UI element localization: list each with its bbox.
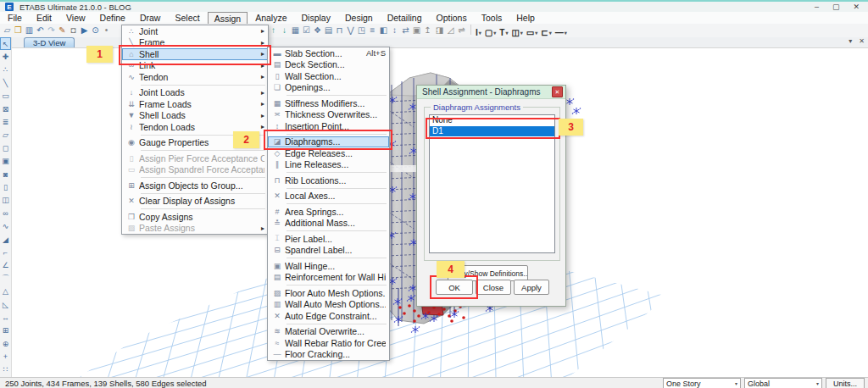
shell-submenu-item-insertion-point[interactable]: ↕Insertion Point...: [268, 120, 389, 132]
shell-submenu-item-rib-locations[interactable]: ⊓Rib Locations...: [268, 175, 389, 186]
assign-menu-item-copy-assigns[interactable]: ❐Copy Assigns: [122, 211, 268, 223]
assign-menu-item-shell-loads[interactable]: ▼Shell Loads▸: [122, 110, 268, 122]
shell-submenu-item-slab-section[interactable]: ▬Slab Section...Alt+S: [268, 47, 389, 59]
misc-tool-icon[interactable]: ∷: [0, 363, 11, 376]
shell-submenu-item-floor-auto-mesh-options[interactable]: ▨Floor Auto Mesh Options...: [268, 287, 389, 299]
measure-icon[interactable]: ◺: [0, 298, 11, 311]
minimize-button[interactable]: –: [815, 3, 819, 11]
tab-close-icon[interactable]: ✕: [859, 37, 865, 45]
glue-icon[interactable]: +: [0, 350, 11, 363]
extrude-view-icon[interactable]: ⇄: [400, 24, 411, 36]
run-analysis-icon[interactable]: ▶: [79, 24, 90, 36]
tab-3d-view[interactable]: 3-D View: [24, 37, 75, 47]
draw-polygon-icon[interactable]: △: [0, 285, 11, 297]
assign-menu-item-tendon[interactable]: ∿Tendon▸: [122, 71, 268, 83]
lock-icon[interactable]: ◘: [68, 24, 79, 36]
move-icon[interactable]: ↔: [0, 311, 11, 324]
joint-display-icon[interactable]: ↥: [422, 24, 433, 36]
shell-submenu-item-auto-edge-constraint[interactable]: ✕Auto Edge Constraint...: [268, 310, 389, 322]
menubar-item-assign[interactable]: Assign: [208, 12, 248, 25]
menubar-item-edit[interactable]: Edit: [30, 12, 58, 24]
menubar-item-view[interactable]: View: [59, 12, 92, 24]
assign-menu-item-shell[interactable]: ⌂Shell▸: [122, 48, 268, 60]
shell-submenu-item-wall-auto-mesh-options[interactable]: ▥Wall Auto Mesh Options...: [268, 299, 389, 311]
frame-view-icon[interactable]: ⊓: [334, 24, 345, 36]
menubar-item-detailing[interactable]: Detailing: [381, 12, 429, 24]
shell-submenu-item-openings[interactable]: ❏Openings...: [268, 82, 389, 94]
quick-wall-icon[interactable]: ◙: [0, 168, 11, 180]
menubar-item-design[interactable]: Design: [338, 12, 380, 24]
elevation-view-icon[interactable]: ≡: [367, 24, 378, 36]
draw-door-icon[interactable]: ◫: [0, 194, 11, 207]
shell-submenu-item-material-overwrite[interactable]: ≋Material Overwrite...: [268, 326, 389, 338]
shell-submenu-item-pier-label[interactable]: ⌶Pier Label...: [268, 233, 389, 245]
move-up-story-icon[interactable]: ↑: [268, 24, 279, 36]
draw-braces-icon[interactable]: ⊠: [0, 103, 11, 115]
maximize-button[interactable]: ▢: [832, 3, 840, 11]
pan-icon[interactable]: •: [101, 24, 112, 36]
shell-submenu-item-local-axes[interactable]: ✕Local Axes...: [268, 191, 389, 202]
shell-submenu-item-line-releases[interactable]: ∥Line Releases...: [268, 159, 389, 171]
menubar-item-tools[interactable]: Tools: [475, 12, 509, 24]
assign-menu-item-assign-pier-force-acceptance-criteria[interactable]: ▯Assign Pier Force Acceptance Criteria..…: [122, 152, 268, 164]
story-selector[interactable]: One Story▾: [663, 378, 741, 388]
assign-menu-item-assign-objects-to-group[interactable]: ⊞Assign Objects to Group...: [122, 180, 268, 191]
draw-link-icon[interactable]: ∞: [0, 207, 11, 219]
draw-joint-icon[interactable]: ∴: [0, 64, 11, 76]
shell-submenu-item-wall-section[interactable]: ▯Wall Section...: [268, 70, 389, 82]
assign-menu-item-joint[interactable]: ∴Joint▸: [122, 25, 268, 37]
assign-menu-item-paste-assigns[interactable]: ▨Paste Assigns▸: [122, 223, 268, 235]
assign-menu-item-assign-spandrel-force-acceptance-criteria[interactable]: ▭Assign Spandrel Force Acceptance Criter…: [122, 164, 268, 176]
menubar-item-display[interactable]: Display: [295, 12, 337, 24]
dialog-close-icon[interactable]: ✕: [552, 86, 563, 97]
shell-submenu-item-floor-cracking[interactable]: —Floor Cracking...: [268, 349, 389, 361]
draw-ramp-icon[interactable]: ◢: [0, 233, 11, 246]
diaphragm-list-item-d1[interactable]: D1: [430, 126, 554, 137]
new-model-icon[interactable]: ▱: [2, 24, 13, 36]
diaphragm-list[interactable]: NoneD1: [429, 114, 555, 253]
window-views-icon[interactable]: ❖: [312, 24, 323, 36]
shrink-objects-icon[interactable]: ↕: [389, 24, 400, 36]
shell-submenu-item-edge-releases[interactable]: ◇Edge Releases...: [268, 147, 389, 159]
quick-frame-icon[interactable]: ▭: [0, 90, 11, 103]
open-icon[interactable]: ❒: [13, 24, 24, 36]
draw-arc-icon[interactable]: ⌒: [0, 272, 11, 285]
draw-stair-icon[interactable]: ⌐: [0, 246, 11, 258]
menubar-item-select[interactable]: Select: [168, 12, 206, 24]
shell-submenu-item-reinforcement-for-wall-hinge[interactable]: ▤Reinforcement for Wall Hinge...: [268, 272, 389, 284]
move-down-story-icon[interactable]: ↓: [279, 24, 290, 36]
close-button[interactable]: ✕: [853, 3, 860, 11]
save-icon[interactable]: ▥: [24, 24, 35, 36]
draw-angle-icon[interactable]: ∠: [0, 259, 11, 272]
draw-floor-icon[interactable]: ▱: [0, 129, 11, 141]
shell-submenu-item-stiffness-modifiers[interactable]: ▦Stiffness Modifiers...: [268, 97, 389, 109]
wall-view-icon[interactable]: ⋁: [345, 24, 356, 36]
shell-submenu-item-wall-hinge[interactable]: ▣Wall Hinge...: [268, 260, 389, 272]
display-check-icon[interactable]: ☑: [301, 24, 312, 36]
shell-submenu-item-additional-mass[interactable]: ≛Additional Mass...: [268, 218, 389, 230]
zoom-icon[interactable]: ⊙: [90, 24, 101, 36]
tab-collapse-icon[interactable]: ▾: [849, 37, 852, 45]
menubar-item-analyze[interactable]: Analyze: [248, 12, 293, 24]
draw-secondary-beams-icon[interactable]: ≣: [0, 115, 11, 128]
edit-icon[interactable]: ✎: [57, 24, 68, 36]
diaphragm-list-item-none[interactable]: None: [430, 115, 554, 126]
menubar-item-options[interactable]: Options: [430, 12, 474, 24]
redo-icon[interactable]: ↷: [46, 24, 57, 36]
draw-tendon-icon[interactable]: ∿: [0, 219, 11, 232]
coord-system-selector[interactable]: Global▾: [744, 378, 822, 388]
ramp-icon[interactable]: ◿: [445, 24, 456, 36]
shell-submenu-item-wall-rebar-ratio-for-creep-analysis[interactable]: ≈Wall Rebar Ratio for Creep Analysis...: [268, 337, 389, 349]
draw-window-icon[interactable]: ▯: [0, 180, 11, 193]
shell-submenu-item-deck-section[interactable]: ▤Deck Section...: [268, 59, 389, 71]
units-button[interactable]: Units...: [826, 378, 865, 388]
shell-submenu-item-area-springs[interactable]: #Area Springs...: [268, 206, 389, 218]
add-grid-icon[interactable]: ⊞: [0, 324, 11, 337]
menubar-item-define[interactable]: Define: [93, 12, 132, 24]
shell-submenu-item-diaphragms[interactable]: ◪Diaphragms...: [268, 136, 389, 148]
assign-menu-item-clear-display-of-assigns[interactable]: ✕Clear Display of Assigns: [122, 196, 268, 208]
select-pointer-icon[interactable]: ↖: [0, 37, 11, 50]
reshape-icon[interactable]: ✚: [0, 50, 11, 63]
swap-icon[interactable]: ⇌: [456, 24, 467, 36]
display-options-icon[interactable]: ▤: [323, 24, 334, 36]
